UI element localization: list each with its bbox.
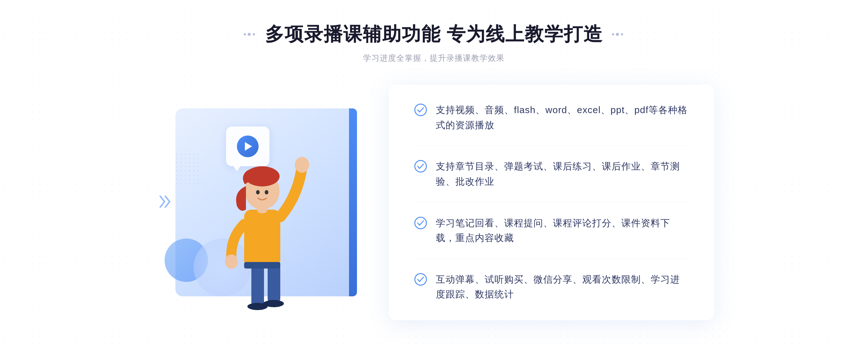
svg-point-36 <box>176 175 178 176</box>
svg-point-11 <box>197 154 199 155</box>
svg-point-31 <box>180 170 182 172</box>
svg-point-18 <box>176 162 178 163</box>
svg-point-30 <box>176 170 178 172</box>
header: 多项录播课辅助功能 专为线上教学打造 学习进度全掌握，提升录播课教学效果 <box>243 22 625 64</box>
check-icon-3 <box>414 216 427 229</box>
svg-point-8 <box>184 154 186 155</box>
header-title-row: 多项录播课辅助功能 专为线上教学打造 <box>243 22 625 47</box>
svg-point-51 <box>189 183 190 184</box>
svg-point-0 <box>244 33 246 35</box>
svg-point-70 <box>415 217 426 229</box>
svg-point-2 <box>253 33 255 35</box>
feature-text-2: 支持章节目录、弹题考试、课后练习、课后作业、章节测验、批改作业 <box>436 159 689 189</box>
svg-point-49 <box>180 183 182 184</box>
svg-point-16 <box>193 158 195 159</box>
left-chevrons-icon <box>157 193 175 212</box>
svg-point-53 <box>197 183 199 184</box>
svg-point-27 <box>189 166 190 168</box>
svg-point-35 <box>197 170 199 172</box>
svg-point-71 <box>415 274 426 285</box>
feature-item-1: 支持视频、音频、flash、word、excel、ppt、pdf等各种格式的资源… <box>414 103 689 146</box>
svg-rect-67 <box>263 302 281 306</box>
svg-point-17 <box>197 158 199 159</box>
feature-text-1: 支持视频、音频、flash、word、excel、ppt、pdf等各种格式的资源… <box>436 103 689 133</box>
svg-point-6 <box>176 154 178 155</box>
svg-point-3 <box>612 33 614 35</box>
svg-point-21 <box>189 162 190 163</box>
feature-text-3: 学习笔记回看、课程提问、课程评论打分、课件资料下载，重点内容收藏 <box>436 216 689 246</box>
svg-point-34 <box>193 170 195 172</box>
svg-point-65 <box>265 190 268 194</box>
page-wrapper: 多项录播课辅助功能 专为线上教学打造 学习进度全掌握，提升录播课教学效果 <box>0 0 868 352</box>
features-panel: 支持视频、音频、flash、word、excel、ppt、pdf等各种格式的资源… <box>389 85 714 320</box>
svg-point-15 <box>189 158 190 159</box>
svg-point-33 <box>189 170 190 172</box>
svg-point-45 <box>189 179 190 180</box>
svg-point-48 <box>176 183 178 184</box>
person-illustration <box>204 130 320 311</box>
content-area: 支持视频、音频、flash、word、excel、ppt、pdf等各种格式的资源… <box>145 80 723 325</box>
illustration-wrapper <box>154 80 400 325</box>
svg-point-60 <box>225 254 238 269</box>
svg-point-22 <box>193 162 195 163</box>
svg-point-10 <box>193 154 195 155</box>
svg-point-4 <box>616 33 619 36</box>
svg-point-37 <box>180 175 182 176</box>
svg-point-41 <box>197 175 199 176</box>
svg-point-14 <box>184 158 186 159</box>
feature-item-4: 互动弹幕、试听购买、微信分享、观看次数限制、学习进度跟踪、数据统计 <box>414 259 689 302</box>
svg-point-69 <box>415 160 426 172</box>
deco-lines <box>174 152 203 189</box>
feature-item-3: 学习笔记回看、课程提问、课程评论打分、课件资料下载，重点内容收藏 <box>414 203 689 259</box>
svg-point-43 <box>180 179 182 180</box>
svg-rect-55 <box>268 264 280 304</box>
main-title: 多项录播课辅助功能 专为线上教学打造 <box>265 22 603 47</box>
check-icon-2 <box>414 160 427 173</box>
svg-point-20 <box>184 162 186 163</box>
svg-rect-54 <box>251 264 264 307</box>
svg-point-40 <box>193 175 195 176</box>
svg-point-52 <box>193 183 195 184</box>
svg-point-13 <box>180 158 182 159</box>
svg-point-23 <box>197 162 199 163</box>
svg-point-29 <box>197 166 199 168</box>
svg-point-28 <box>193 166 195 168</box>
svg-point-24 <box>176 166 178 168</box>
svg-point-12 <box>176 158 178 159</box>
svg-point-39 <box>189 175 190 176</box>
check-icon-1 <box>414 103 427 116</box>
svg-point-7 <box>180 154 182 155</box>
svg-point-47 <box>197 179 199 180</box>
feature-item-2: 支持章节目录、弹题考试、课后练习、课后作业、章节测验、批改作业 <box>414 146 689 202</box>
check-icon-4 <box>414 273 427 286</box>
svg-point-9 <box>189 154 190 155</box>
svg-point-59 <box>295 157 309 173</box>
svg-point-68 <box>415 104 426 116</box>
svg-point-50 <box>184 183 186 184</box>
svg-point-26 <box>184 166 186 168</box>
svg-point-32 <box>184 170 186 172</box>
left-decorative-dots <box>243 31 256 37</box>
subtitle: 学习进度全掌握，提升录播课教学效果 <box>243 53 625 64</box>
svg-point-44 <box>184 179 186 180</box>
right-decorative-dots <box>612 31 625 37</box>
svg-rect-58 <box>244 210 280 267</box>
svg-point-5 <box>621 33 623 35</box>
svg-point-25 <box>180 166 182 168</box>
accent-bar <box>349 108 357 296</box>
svg-point-19 <box>180 162 182 163</box>
svg-point-46 <box>193 179 195 180</box>
svg-point-64 <box>256 190 260 194</box>
feature-text-4: 互动弹幕、试听购买、微信分享、观看次数限制、学习进度跟踪、数据统计 <box>436 272 689 302</box>
svg-rect-66 <box>244 262 280 269</box>
svg-point-1 <box>248 33 251 36</box>
svg-point-42 <box>176 179 178 180</box>
svg-point-38 <box>184 175 186 176</box>
